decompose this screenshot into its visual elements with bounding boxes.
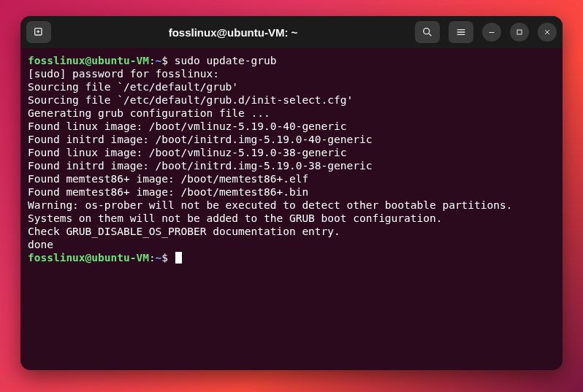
prompt-colon: : <box>149 252 156 264</box>
new-tab-button[interactable] <box>26 21 51 43</box>
output-line: Sourcing file `/etc/default/grub.d/init-… <box>28 93 555 107</box>
minimize-button[interactable] <box>482 23 501 42</box>
hamburger-icon <box>455 26 467 38</box>
output-line: Found memtest86+ image: /boot/memtest86+… <box>28 172 555 185</box>
output-line: Warning: os-prober will not be executed … <box>28 199 555 212</box>
svg-line-4 <box>429 34 431 36</box>
output-line: Found linux image: /boot/vmlinuz-5.19.0-… <box>28 146 555 159</box>
window-title: fosslinux@ubuntu-VM: ~ <box>57 26 409 39</box>
output-line: done <box>28 238 555 251</box>
titlebar: fosslinux@ubuntu-VM: ~ <box>20 16 563 48</box>
maximize-button[interactable] <box>510 23 529 42</box>
output-line: Found linux image: /boot/vmlinuz-5.19.0-… <box>28 120 555 133</box>
output-line: [sudo] password for fosslinux: <box>28 67 555 80</box>
prompt-dollar: $ <box>161 252 168 264</box>
output-line: Systems on them will not be added to the… <box>28 212 555 225</box>
prompt-user-host: fosslinux@ubuntu-VM <box>28 252 149 264</box>
hamburger-menu-button[interactable] <box>449 21 473 43</box>
output-line: Found initrd image: /boot/initrd.img-5.1… <box>28 133 555 146</box>
prompt-user-host: fosslinux@ubuntu-VM <box>28 55 149 66</box>
search-button[interactable] <box>415 21 440 43</box>
prompt-line-2: fosslinux@ubuntu-VM:~$ <box>28 251 555 264</box>
svg-point-3 <box>424 28 430 34</box>
output-line: Check GRUB_DISABLE_OS_PROBER documentati… <box>28 225 555 238</box>
prompt-line-1: fosslinux@ubuntu-VM:~$ sudo update-grub <box>28 54 555 67</box>
terminal-body[interactable]: fosslinux@ubuntu-VM:~$ sudo update-grub[… <box>20 48 563 370</box>
minimize-icon <box>487 28 496 36</box>
output-line: Generating grub configuration file ... <box>28 107 555 120</box>
svg-rect-9 <box>517 30 522 34</box>
new-tab-icon <box>33 26 45 38</box>
window-controls <box>415 21 557 43</box>
output-line: Sourcing file `/etc/default/grub' <box>28 80 555 93</box>
output-line: Found memtest86+ image: /boot/memtest86+… <box>28 185 555 199</box>
command-text: sudo update-grub <box>175 55 277 66</box>
maximize-icon <box>515 28 524 36</box>
close-button[interactable] <box>538 23 557 42</box>
cursor <box>175 252 182 264</box>
output-line: Found initrd image: /boot/initrd.img-5.1… <box>28 159 555 172</box>
search-icon <box>422 26 433 38</box>
terminal-window: fosslinux@ubuntu-VM: ~ <box>20 16 563 370</box>
prompt-dollar: $ <box>161 55 168 66</box>
prompt-colon: : <box>149 55 156 66</box>
close-icon <box>543 28 552 36</box>
